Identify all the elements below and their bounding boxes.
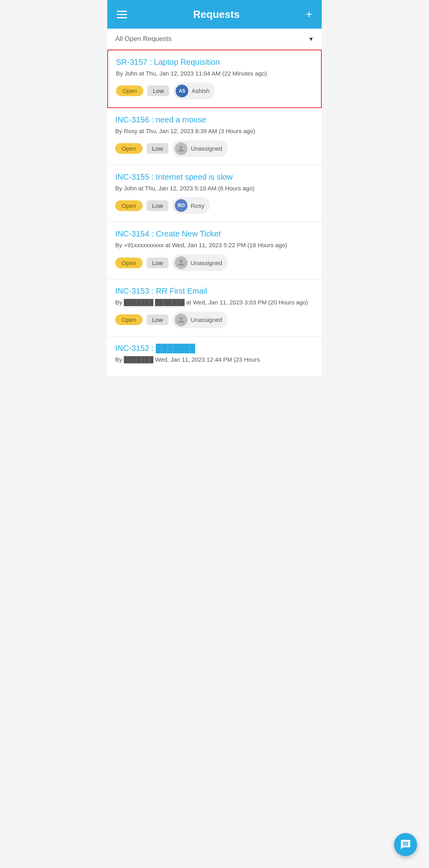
avatar xyxy=(175,314,187,326)
request-id: SR-3157 : Laptop Requisition xyxy=(116,58,313,67)
request-tags: Open Low Unassigned xyxy=(115,312,314,328)
status-badge: Open xyxy=(115,258,143,268)
status-badge: Open xyxy=(116,85,143,96)
avatar: AS xyxy=(176,85,188,97)
filter-chevron-icon[interactable]: ▼ xyxy=(308,36,314,42)
add-request-button[interactable]: + xyxy=(306,8,312,21)
request-item[interactable]: INC-3153 : RR First Email By ███████ ███… xyxy=(107,279,322,337)
avatar xyxy=(175,256,187,269)
request-item[interactable]: INC-3156 : need a mouse By Rosy at Thu, … xyxy=(107,108,322,165)
assignee-name: Unassigned xyxy=(191,316,222,323)
filter-bar[interactable]: All Open Requests ▼ xyxy=(107,29,322,50)
assignee-badge: Unassigned xyxy=(172,140,228,157)
priority-badge: Low xyxy=(147,258,169,268)
priority-badge: Low xyxy=(147,85,170,96)
assignee-badge: AS Ashish xyxy=(173,83,215,99)
assignee-badge: Unassigned xyxy=(172,254,228,271)
request-id: INC-3154 : Create New Ticket xyxy=(115,229,314,238)
status-badge: Open xyxy=(115,314,143,325)
app-header: Requests + xyxy=(107,0,322,29)
priority-badge: Low xyxy=(147,314,169,325)
assignee-name: Ashish xyxy=(191,87,209,94)
request-item[interactable]: INC-3154 : Create New Ticket By +91xxxxx… xyxy=(107,222,322,279)
request-tags: Open Low AS Ashish xyxy=(116,83,313,99)
page-title: Requests xyxy=(193,8,240,21)
request-list: SR-3157 : Laptop Requisition By John at … xyxy=(107,50,322,377)
request-id: INC-3156 : need a mouse xyxy=(115,115,314,124)
request-meta: By ███████ ███████ at Wed, Jan 11, 2023 … xyxy=(115,298,314,307)
request-meta: By John at Thu, Jan 12, 2023 11:04 AM (2… xyxy=(116,69,313,78)
request-meta: By +91xxxxxxxxxx at Wed, Jan 11, 2023 5:… xyxy=(115,241,314,250)
request-meta: By ███████ Wed, Jan 11, 2023 12:44 PM (2… xyxy=(115,355,314,364)
request-tags: Open Low RO Rosy xyxy=(115,197,314,214)
menu-button[interactable] xyxy=(117,11,127,18)
request-item[interactable]: INC-3155 : Internet speed is slow By Joh… xyxy=(107,165,322,223)
request-item[interactable]: SR-3157 : Laptop Requisition By John at … xyxy=(107,50,322,108)
request-meta: By Rosy at Thu, Jan 12, 2023 8:39 AM (3 … xyxy=(115,127,314,136)
priority-badge: Low xyxy=(147,200,169,211)
request-id: INC-3152 : ███████ xyxy=(115,344,314,353)
request-id: INC-3155 : Internet speed is slow xyxy=(115,172,314,182)
request-tags: Open Low Unassigned xyxy=(115,140,314,157)
status-badge: Open xyxy=(115,200,143,211)
assignee-name: Rosy xyxy=(191,202,204,209)
request-item[interactable]: INC-3152 : ███████ By ███████ Wed, Jan 1… xyxy=(107,337,322,377)
request-meta: By John at Thu, Jan 12, 2023 5:10 AM (6 … xyxy=(115,184,314,193)
assignee-name: Unassigned xyxy=(191,145,222,152)
assignee-name: Unassigned xyxy=(191,260,222,266)
request-id: INC-3153 : RR First Email xyxy=(115,287,314,296)
priority-badge: Low xyxy=(147,143,169,154)
filter-label: All Open Requests xyxy=(115,35,172,43)
status-badge: Open xyxy=(115,143,143,154)
assignee-badge: RO Rosy xyxy=(172,197,210,214)
avatar: RO xyxy=(175,199,187,212)
request-tags: Open Low Unassigned xyxy=(115,254,314,271)
assignee-badge: Unassigned xyxy=(172,312,228,328)
avatar xyxy=(175,142,187,155)
